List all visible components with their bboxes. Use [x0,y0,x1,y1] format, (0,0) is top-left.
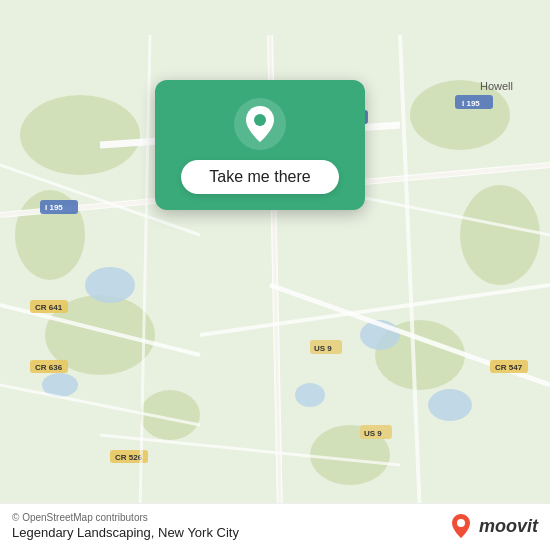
svg-text:I 195: I 195 [45,203,63,212]
moovit-brand-text: moovit [479,516,538,537]
location-pin-icon [234,98,286,150]
svg-text:CR 641: CR 641 [35,303,63,312]
bottom-bar: © OpenStreetMap contributors Legendary L… [0,503,550,550]
svg-text:CR 636: CR 636 [35,363,63,372]
svg-line-45 [140,35,150,515]
svg-point-0 [20,95,140,175]
osm-credit: © OpenStreetMap contributors [12,512,239,523]
take-me-there-button[interactable]: Take me there [181,160,338,194]
moovit-pin-icon [447,512,475,540]
svg-text:CR 547: CR 547 [495,363,523,372]
svg-point-2 [460,185,540,285]
map-container: I 195 I 195 I 195 Howell US 9 US 9 CR 64… [0,0,550,550]
svg-text:US 9: US 9 [364,429,382,438]
bottom-bar-info: © OpenStreetMap contributors Legendary L… [12,512,239,540]
popup-card: Take me there [155,80,365,210]
svg-text:US 9: US 9 [314,344,332,353]
svg-text:I 195: I 195 [462,99,480,108]
moovit-logo: moovit [447,512,538,540]
svg-point-49 [254,114,266,126]
svg-point-10 [428,389,472,421]
svg-point-50 [457,519,465,527]
location-label: Legendary Landscaping, New York City [12,525,239,540]
svg-text:Howell: Howell [480,80,513,92]
svg-point-12 [295,383,325,407]
svg-point-8 [85,267,135,303]
svg-text:CR 526: CR 526 [115,453,143,462]
